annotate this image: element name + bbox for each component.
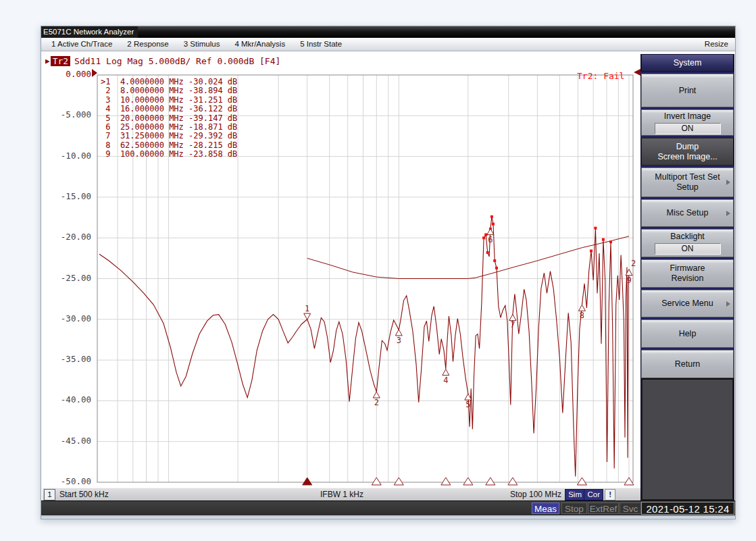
softkey-label: Firmware [670,263,705,274]
softkey-service-menu[interactable]: Service Menu [641,290,734,317]
trace-marker-label-3: 3 [397,336,401,345]
stimulus-marker-tick-8 [577,478,586,485]
softkey-help[interactable]: Help [641,319,734,348]
trace-tr2 [99,217,629,477]
status-indicator-extref: ExtRef [588,503,619,514]
status-indicator-svc: Svc [620,503,641,514]
trace-marker-3[interactable] [395,330,402,336]
menu-bar: 1 Active Ch/Trace2 Response3 Stimulus4 M… [41,38,735,51]
softkey-label: Misc Setup [667,208,709,218]
marker-table-row: 4 16.000000 MHz -36.122 dB [101,105,237,113]
stimulus-marker-tick-5 [463,478,473,485]
softkey-label: Setup [676,182,699,192]
limit-fail-point [486,251,489,254]
stimulus-marker-tick-3 [394,478,403,485]
app-window: E5071C Network Analyzer 1 Active Ch/Trac… [41,26,736,519]
measurement-display: ▶ Tr2 Sdd11 Log Mag 5.000dB/ Ref 0.000dB… [41,51,735,500]
softkey-label: Dump [676,142,699,152]
active-trace-arrow-icon: ▶ [45,57,50,66]
softkey-label: Invert Image [664,111,711,122]
y-axis-label: -40.00 [47,394,91,405]
softkey-value: ON [655,123,721,134]
limit-fail-point [609,240,612,243]
menu-item-2[interactable]: 2 Response [120,38,176,51]
simulation-badge: Sim [565,489,585,500]
marker-table-row: 3 10.000000 MHz -31.251 dB [101,96,237,105]
trace-marker-label-6: 6 [488,235,493,244]
limit-fail-point [492,223,495,226]
y-axis-label: -35.00 [47,354,91,364]
y-axis-label: -5.000 [47,109,91,120]
y-axis-label: -45.00 [47,436,91,446]
trace-marker-2[interactable] [373,392,380,398]
status-indicator-stop: Stop [561,503,587,514]
y-axis-label: 0.000 [47,69,91,79]
submenu-arrow-icon [726,180,730,185]
ref-level-arrow-left-icon [92,69,97,77]
softkey-return[interactable]: Return [641,350,734,378]
softkey-print[interactable]: Print [641,74,734,107]
softkey-misc-setup[interactable]: Misc Setup [641,199,734,227]
status-indicator-meas: Meas [532,503,559,514]
marker-table-row: 5 20.000000 MHz -39.147 dB [101,114,237,123]
marker-table-row: 9 100.00000 MHz -23.858 dB [101,150,237,159]
softkey-value: ON [655,243,721,255]
trace-marker-label-9: 9 [626,276,631,285]
trace-marker-4[interactable] [443,369,449,376]
y-axis-label: -10.00 [47,151,91,161]
stimulus-marker-tick-1 [303,478,312,485]
status-bar: MeasStopExtRefSvc 2021-05-12 15:24 [41,500,735,515]
softkey-label: Multiport Test Set [655,172,720,182]
trace-badge: Tr2 [51,56,70,66]
trace-header[interactable]: ▶ Tr2 Sdd11 Log Mag 5.000dB/ Ref 0.000dB… [45,55,280,66]
marker-table-row: 6 25.000000 MHz -18.871 dB [101,123,237,132]
sidebar-blank-panel [641,378,734,500]
menu-item-3[interactable]: 3 Stimulus [176,38,228,51]
softkey-label: Service Menu [661,299,713,309]
trace-marker-label-8: 8 [580,311,584,320]
softkey-dump-screen-image[interactable]: DumpScreen Image... [641,138,734,165]
softkey-label: Help [679,329,697,339]
limit-fail-point [490,215,493,218]
softkey-multiport-test-set-setup[interactable]: Multiport Test SetSetup [641,168,734,197]
limit-fail-point [602,238,605,241]
trace-marker-6[interactable] [487,229,494,235]
softkey-invert-image[interactable]: Invert ImageON [641,109,734,136]
limit-fail-point [495,267,498,269]
limit-fail-point [594,227,597,230]
trace-marker-label-1: 1 [305,304,309,313]
y-axis-label: -20.00 [47,232,91,242]
stimulus-marker-tick-9 [624,478,634,485]
alert-badge: ! [605,489,615,500]
trace-marker-1[interactable] [304,313,311,319]
stop-frequency-label: Stop 100 MHz [510,488,561,500]
marker-table-row: 7 31.250000 MHz -29.392 dB [101,132,237,140]
trace-marker-8[interactable] [578,305,585,311]
limit-test-fail-label: Tr2: Fail [577,71,624,81]
trace-marker-label-2: 2 [374,398,379,407]
stimulus-scale-bar: 1 Start 500 kHz IFBW 1 kHz Stop 100 MHz … [43,488,641,500]
datetime-display: 2021-05-12 15:24 [641,502,734,515]
menu-item-5[interactable]: 5 Instr State [293,38,349,51]
marker-table-row: 2 8.0000000 MHz -38.894 dB [101,86,237,95]
stimulus-marker-tick-4 [441,478,451,485]
menu-item-1[interactable]: 1 Active Ch/Trace [44,38,120,51]
marker-table: >1 4.0000000 MHz -30.024 dB 2 8.0000000 … [101,78,237,159]
menu-item-4[interactable]: 4 Mkr/Analysis [227,38,293,51]
menu-items: 1 Active Ch/Trace2 Response3 Stimulus4 M… [44,38,349,51]
title-bar[interactable]: E5071C Network Analyzer [41,26,735,38]
trace-marker-7[interactable] [509,314,516,320]
trace-marker-label-7: 7 [510,320,515,330]
softkey-label: Return [675,359,701,369]
window-title: E5071C Network Analyzer [41,26,138,38]
trace-number-label: 2 [631,259,636,268]
stimulus-marker-tick-6 [486,478,495,485]
resize-button[interactable]: Resize [705,38,728,51]
limit-fail-point [493,259,496,262]
softkey-menu-header: System [641,54,734,72]
softkey-firmware-revision[interactable]: FirmwareRevision [641,259,734,288]
trace-marker-label-5: 5 [465,400,470,409]
softkey-backlight[interactable]: BacklightON [641,229,734,257]
y-axis-label: -25.00 [47,273,91,283]
marker-table-row: >1 4.0000000 MHz -30.024 dB [101,78,237,86]
